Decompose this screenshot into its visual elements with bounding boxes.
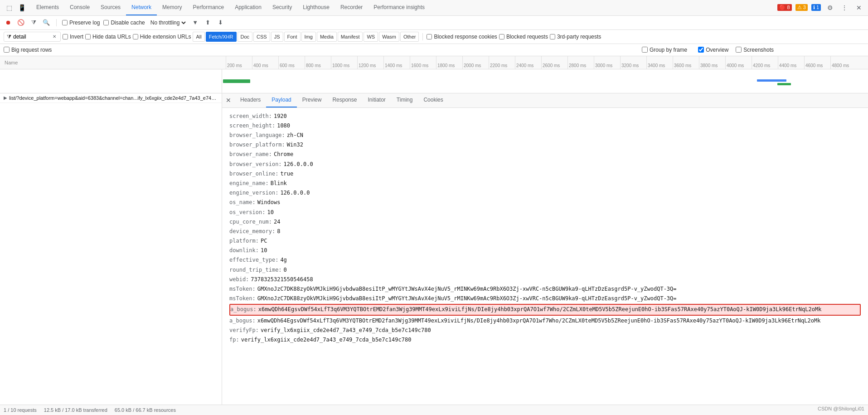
preserve-log-label[interactable]: Preserve log	[62, 20, 100, 26]
tab-elements[interactable]: Elements	[31, 0, 64, 15]
filter-media[interactable]: Media	[317, 32, 337, 42]
close-panel-btn[interactable]: ✕	[222, 94, 235, 107]
import-har-icon[interactable]: ⬆	[204, 18, 213, 27]
timeline-tick: 1800 ms	[436, 56, 462, 69]
payload-value: GMXnoJzC7DK88zyOkVMJkiH9GjvbdwaB8esiItP_…	[257, 285, 677, 293]
filter-icon: ⧩	[7, 34, 11, 40]
payload-row: engine_version: 126.0.0.0	[229, 188, 861, 198]
tab-sources[interactable]: Sources	[95, 0, 126, 15]
tab-application[interactable]: Application	[229, 0, 267, 15]
payload-key: screen_height:	[229, 122, 275, 130]
preserve-log-checkbox[interactable]	[62, 20, 68, 25]
close-devtools-icon[interactable]: ✕	[853, 2, 864, 13]
payload-value: x6mwQDh64EgsvDWf54xLfT3q6VM3YQTBOtrEMD2f…	[258, 305, 822, 314]
tab-console[interactable]: Console	[64, 0, 95, 15]
payload-row: round_trip_time: 0	[229, 265, 861, 275]
device-icon[interactable]: 📱	[16, 2, 27, 13]
hide-ext-urls-checkbox[interactable]	[133, 34, 138, 39]
payload-row: verifyFp: verify_lx6xgiix_cde2e4d7_7a43_…	[229, 326, 861, 335]
filter-font[interactable]: Font	[284, 32, 301, 42]
filter-img[interactable]: Img	[301, 32, 316, 42]
tab-network[interactable]: Network	[126, 0, 157, 15]
filter-manifest[interactable]: Manifest	[338, 32, 363, 42]
payload-key: round_trip_time:	[229, 266, 282, 274]
timeline-tick: 4000 ms	[725, 56, 752, 69]
inspect-icon[interactable]: ⬚	[4, 2, 15, 13]
tab-response[interactable]: Response	[327, 93, 362, 107]
tab-cookies[interactable]: Cookies	[418, 93, 448, 107]
big-rows-checkbox[interactable]	[4, 47, 10, 53]
top-right-actions: 🔴 8 ⚠ 3 ℹ 1 ⚙ ⋮ ✕	[777, 2, 864, 13]
clear-filter-icon[interactable]: ✕	[51, 34, 58, 40]
throttle-down-icon[interactable]: ▼	[191, 18, 200, 27]
filter-row: ⧩ ✕ Invert Hide data URLs Hide extension…	[0, 30, 868, 44]
invert-label[interactable]: Invert	[63, 34, 83, 40]
settings-icon[interactable]: ⚙	[824, 2, 835, 13]
payload-row: webid: 7378325321550546458	[229, 275, 861, 284]
payload-key: downlink:	[229, 246, 259, 255]
hide-ext-urls-label[interactable]: Hide extension URLs	[133, 34, 191, 40]
filter-btn[interactable]: ⧩	[29, 18, 38, 27]
payload-key: browser_name:	[229, 150, 272, 159]
filter-other[interactable]: Other	[400, 32, 419, 42]
tab-lighthouse[interactable]: Lighthouse	[297, 0, 335, 15]
filter-doc[interactable]: Doc	[238, 32, 253, 42]
tab-timing[interactable]: Timing	[391, 93, 418, 107]
right-panel: ✕ Headers Payload Preview Response Initi…	[222, 93, 868, 405]
record-btn[interactable]: ⏺	[4, 18, 13, 27]
filter-js[interactable]: JS	[271, 32, 283, 42]
disable-cache-checkbox[interactable]	[103, 20, 109, 25]
clear-btn[interactable]: 🚫	[16, 18, 25, 27]
payload-row: browser_online: true	[229, 169, 861, 179]
devtools-icons: ⬚ 📱	[4, 2, 27, 13]
invert-checkbox[interactable]	[63, 34, 68, 39]
third-party-checkbox[interactable]	[550, 34, 555, 39]
big-rows-label[interactable]: Big request rows	[4, 47, 52, 53]
overview-checkbox[interactable]	[698, 47, 704, 53]
tab-perf-insights[interactable]: Performance insights	[368, 0, 430, 15]
request-row[interactable]: ▶ list/?device_platform=webapp&aid=6383&…	[0, 93, 222, 103]
blocked-requests-checkbox[interactable]	[499, 34, 504, 39]
blocked-response-label[interactable]: Blocked response cookies	[427, 34, 497, 40]
throttle-select[interactable]: No throttling	[149, 19, 187, 26]
requests-count: 1 / 10 requests	[4, 407, 37, 413]
hide-data-urls-label[interactable]: Hide data URLs	[85, 34, 131, 40]
filter-fetch-xhr[interactable]: Fetch/XHR	[206, 32, 237, 42]
payload-key: verifyFp:	[229, 326, 259, 335]
third-party-label[interactable]: 3rd-party requests	[550, 34, 601, 40]
tab-preview[interactable]: Preview	[297, 93, 327, 107]
screenshots-label[interactable]: Screenshots	[736, 47, 774, 53]
devtools-container: ⬚ 📱 Elements Console Sources Network Mem…	[0, 0, 868, 415]
payload-row: screen_height: 1080	[229, 121, 861, 131]
tab-performance[interactable]: Performance	[187, 0, 229, 15]
payload-row: a_bogus: x6mwQDh64EgsvDWf54xLfT3q6VM3YQT…	[229, 316, 861, 326]
overview-label[interactable]: Overview	[698, 47, 728, 53]
export-har-icon[interactable]: ⬇	[216, 18, 225, 27]
tab-headers[interactable]: Headers	[235, 93, 266, 107]
filter-all[interactable]: All	[193, 32, 204, 42]
disable-cache-label[interactable]: Disable cache	[103, 20, 145, 26]
tab-memory[interactable]: Memory	[157, 0, 187, 15]
more-icon[interactable]: ⋮	[839, 2, 850, 13]
tab-payload[interactable]: Payload	[266, 93, 296, 107]
blocked-requests-label[interactable]: Blocked requests	[499, 34, 548, 40]
filter-css[interactable]: CSS	[253, 32, 270, 42]
timeline-tick: 2000 ms	[462, 56, 489, 69]
blocked-response-checkbox[interactable]	[427, 34, 432, 39]
filter-ws[interactable]: WS	[364, 32, 378, 42]
search-btn[interactable]: 🔍	[42, 18, 51, 27]
payload-value: 4g	[280, 256, 286, 264]
tab-initiator[interactable]: Initiator	[362, 93, 391, 107]
payload-value: Chrome	[274, 150, 293, 159]
tab-security[interactable]: Security	[267, 0, 297, 15]
filter-input[interactable]	[13, 34, 49, 40]
payload-row: platform: PC	[229, 236, 861, 246]
screenshots-checkbox[interactable]	[736, 47, 742, 53]
timeline-tick: 600 ms	[278, 56, 305, 69]
hide-data-urls-checkbox[interactable]	[85, 34, 91, 39]
filter-wasm[interactable]: Wasm	[379, 32, 399, 42]
tab-recorder[interactable]: Recorder	[335, 0, 368, 15]
group-by-frame-checkbox[interactable]	[642, 47, 648, 53]
separator-filter	[422, 33, 423, 40]
group-by-frame-label[interactable]: Group by frame	[642, 47, 687, 53]
